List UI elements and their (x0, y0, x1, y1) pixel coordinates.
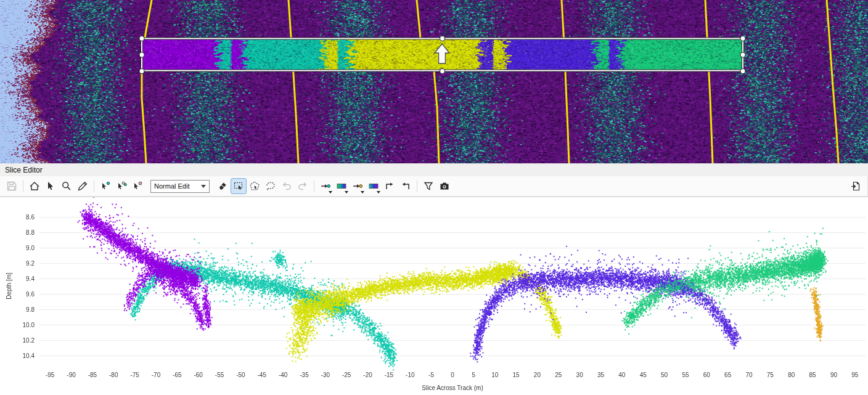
x-tick-label: 25 (555, 372, 562, 378)
slice-scatter-canvas[interactable] (0, 197, 868, 395)
y-tick-label: 9.6 (26, 290, 35, 297)
slice-scatter-panel: 8.68.89.09.29.49.69.810.010.210.4 -95-90… (0, 197, 868, 395)
application-window: Slice Editor Normal Edit (0, 0, 868, 395)
step-forward-icon (400, 181, 411, 192)
x-tick-label: -10 (406, 372, 414, 378)
zoom-tool-button[interactable] (59, 179, 74, 193)
y-axis-title: Depth [m] (6, 272, 12, 299)
filter-button[interactable] (421, 179, 436, 193)
pick-multi-button[interactable] (114, 179, 129, 193)
edit-mode-value: Normal Edit (154, 182, 189, 190)
dropdown-caret-icon[interactable] (361, 191, 364, 193)
x-tick-label: -50 (236, 372, 245, 378)
pointer-icon (45, 181, 56, 192)
x-axis-title: Slice Across Track (m) (422, 385, 483, 391)
y-tick-label: 8.8 (26, 229, 35, 235)
x-tick-label: -45 (258, 372, 266, 378)
export-report-button[interactable] (848, 179, 863, 193)
y-tick-label: 8.6 (26, 213, 35, 220)
zoom-icon (61, 181, 72, 192)
x-tick-label: -5 (428, 372, 434, 378)
toolbar-separator (23, 180, 23, 192)
x-tick-label: 45 (640, 372, 647, 378)
y-tick-label: 10.2 (23, 336, 35, 343)
eraser-button[interactable] (215, 179, 230, 193)
x-tick-label: -60 (194, 372, 202, 378)
panel-title: Slice Editor (5, 166, 43, 174)
x-tick-label: -40 (279, 372, 287, 378)
colormap-secondary-button[interactable] (366, 179, 381, 193)
x-tick-label: -35 (300, 372, 308, 378)
x-tick-label: -75 (130, 372, 139, 378)
colormap-icon (336, 181, 347, 192)
x-tick-label: -70 (152, 372, 160, 378)
x-tick-label: 95 (851, 372, 858, 378)
step-back-icon (384, 181, 395, 192)
x-tick-label: 35 (597, 372, 604, 378)
toolbar-separator (314, 180, 314, 192)
home-button[interactable] (27, 179, 42, 193)
x-tick-label: -95 (46, 372, 54, 378)
colormap-button[interactable] (334, 179, 349, 193)
x-tick-label: 55 (682, 372, 689, 378)
pick-multi-icon (116, 181, 127, 192)
lasso-select-button[interactable] (263, 179, 278, 193)
dropdown-caret-icon[interactable] (345, 191, 348, 193)
x-tick-label: 40 (618, 372, 625, 378)
rectangle-select-icon (233, 181, 244, 192)
undo-icon (281, 181, 292, 192)
save-button[interactable] (4, 179, 19, 193)
x-tick-label: 75 (767, 372, 774, 378)
redo-button[interactable] (295, 179, 310, 193)
x-tick-label: -80 (109, 372, 118, 378)
pick-exclude-icon (132, 181, 143, 192)
polygon-select-button[interactable] (247, 179, 262, 193)
pick-point-icon (100, 181, 111, 192)
x-tick-label: 70 (745, 372, 752, 378)
x-tick-label: -85 (88, 372, 97, 378)
x-tick-label: 0 (451, 372, 454, 378)
camera-icon (439, 181, 450, 192)
rectangle-select-button[interactable] (231, 179, 246, 193)
pick-point-button[interactable] (98, 179, 113, 193)
y-tick-label: 9.4 (26, 275, 35, 282)
pointer-tool-button[interactable] (43, 179, 58, 193)
y-tick-label: 9.2 (26, 259, 35, 266)
step-forward-button[interactable] (398, 179, 413, 193)
x-tick-label: -25 (342, 372, 351, 378)
dropdown-caret-icon[interactable] (377, 191, 380, 193)
slice-editor-toolbar: Normal Edit (0, 176, 868, 197)
dropdown-caret-icon[interactable] (329, 191, 332, 193)
toolbar-separator (417, 180, 417, 192)
x-tick-label: -30 (321, 372, 330, 378)
pencil-edit-button[interactable] (75, 179, 90, 193)
reject-points-icon (352, 181, 363, 192)
x-tick-label: 80 (788, 372, 795, 378)
reject-points-button[interactable] (350, 179, 365, 193)
y-tick-label: 9.8 (26, 306, 35, 312)
snapshot-button[interactable] (437, 179, 452, 193)
edit-mode-select[interactable]: Normal Edit (150, 180, 210, 193)
sonar-mosaic-view[interactable] (0, 0, 868, 163)
pick-exclude-button[interactable] (130, 179, 145, 193)
y-tick-label: 10.4 (23, 352, 35, 359)
step-back-button[interactable] (382, 179, 397, 193)
save-icon (6, 181, 17, 192)
undo-button[interactable] (279, 179, 294, 193)
x-tick-label: -15 (385, 372, 393, 378)
y-tick-label: 10.0 (23, 321, 35, 328)
x-tick-label: 20 (534, 372, 541, 378)
pencil-icon (77, 181, 88, 192)
polygon-select-icon (249, 181, 260, 192)
sonar-mosaic-canvas[interactable] (0, 0, 868, 163)
x-tick-label: 60 (703, 372, 710, 378)
y-tick-label: 9.0 (26, 244, 35, 251)
slice-editor-header: Slice Editor (0, 163, 868, 176)
eraser-icon (217, 181, 228, 192)
x-tick-label: -90 (67, 372, 75, 378)
toolbar-separator (94, 180, 94, 192)
chevron-down-icon (201, 185, 206, 188)
accept-points-icon (320, 181, 331, 192)
redo-icon (297, 181, 308, 192)
accept-points-button[interactable] (318, 179, 333, 193)
